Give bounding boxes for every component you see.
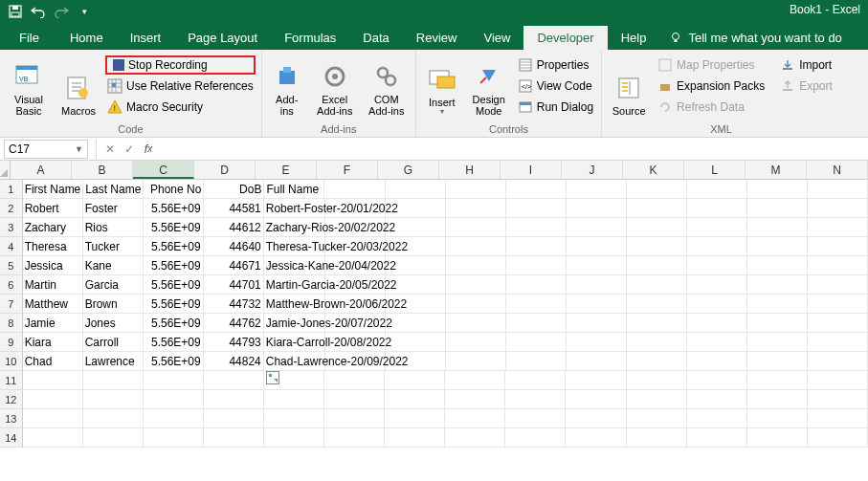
cell-B3[interactable]: Rios [83, 218, 144, 237]
cell-M2[interactable] [747, 199, 808, 218]
column-header-L[interactable]: L [684, 161, 746, 179]
cell-M13[interactable] [747, 409, 808, 428]
cell-G1[interactable] [386, 180, 446, 199]
macro-security-button[interactable]: ! Macro Security [105, 98, 256, 117]
cell-E12[interactable] [264, 390, 324, 409]
tab-review[interactable]: Review [403, 26, 471, 50]
cell-M1[interactable] [747, 180, 808, 199]
cell-G14[interactable] [385, 428, 445, 448]
cell-I11[interactable] [505, 371, 566, 390]
cell-J12[interactable] [566, 390, 626, 409]
cell-H4[interactable] [446, 237, 506, 256]
cell-C2[interactable]: 5.56E+09 [144, 199, 204, 218]
run-dialog-button[interactable]: Run Dialog [516, 98, 595, 117]
cell-D8[interactable]: 44762 [204, 314, 264, 333]
cell-H12[interactable] [445, 390, 505, 409]
cell-N3[interactable] [808, 218, 868, 237]
cell-H7[interactable] [446, 295, 506, 314]
import-button[interactable]: Import [778, 55, 835, 75]
cell-N6[interactable] [808, 275, 868, 295]
column-header-H[interactable]: H [439, 161, 501, 179]
tab-file[interactable]: File [10, 26, 56, 50]
cell-J14[interactable] [566, 428, 626, 448]
cell-F1[interactable] [324, 180, 385, 199]
cell-B1[interactable]: Last Name [83, 180, 144, 199]
cell-L5[interactable] [687, 256, 747, 275]
cell-E10[interactable]: Chad-Lawrence-20/09/2022 [264, 352, 325, 371]
cell-C1[interactable]: Phone No [144, 180, 204, 199]
cell-L9[interactable] [687, 333, 747, 352]
cell-C5[interactable]: 5.56E+09 [144, 256, 204, 275]
cell-I14[interactable] [505, 428, 566, 448]
cell-G9[interactable] [386, 333, 446, 352]
cell-B13[interactable] [83, 409, 144, 428]
cell-J4[interactable] [567, 237, 627, 256]
cell-M6[interactable] [747, 275, 808, 295]
cell-D5[interactable]: 44671 [204, 256, 264, 275]
tab-view[interactable]: View [470, 26, 523, 50]
cell-E11[interactable] [264, 371, 324, 390]
cell-J1[interactable] [567, 180, 627, 199]
cell-C11[interactable] [144, 371, 204, 390]
row-header-9[interactable]: 9 [0, 333, 23, 352]
row-header-5[interactable]: 5 [0, 256, 23, 275]
cell-D4[interactable]: 44640 [204, 237, 264, 256]
row-header-2[interactable]: 2 [0, 199, 23, 218]
row-header-13[interactable]: 13 [0, 409, 23, 428]
cell-K8[interactable] [627, 314, 687, 333]
cell-A14[interactable] [23, 428, 83, 448]
undo-icon[interactable] [31, 4, 46, 19]
column-header-I[interactable]: I [501, 161, 562, 179]
cell-K1[interactable] [627, 180, 687, 199]
cell-N11[interactable] [808, 371, 868, 390]
cell-K2[interactable] [627, 199, 687, 218]
name-box[interactable]: C17 ▼ [4, 140, 88, 159]
cell-H3[interactable] [446, 218, 506, 237]
column-header-B[interactable]: B [72, 161, 133, 179]
cell-J10[interactable] [567, 352, 627, 371]
cell-N7[interactable] [808, 295, 868, 314]
cell-C10[interactable]: 5.56E+09 [144, 352, 204, 371]
cell-E5[interactable]: Jessica-Kane-20/04/2022 [264, 256, 325, 275]
cell-D3[interactable]: 44612 [204, 218, 264, 237]
cell-D10[interactable]: 44824 [204, 352, 264, 371]
qat-customize-icon[interactable]: ▾ [77, 4, 92, 19]
cell-D13[interactable] [204, 409, 264, 428]
cell-D9[interactable]: 44793 [204, 333, 264, 352]
cell-F14[interactable] [324, 428, 385, 448]
cell-N2[interactable] [808, 199, 868, 218]
enter-formula-button[interactable]: ✓ [120, 140, 139, 159]
cell-M9[interactable] [747, 333, 808, 352]
cell-K12[interactable] [627, 390, 687, 409]
save-icon[interactable] [8, 4, 23, 19]
insert-function-button[interactable]: fx [139, 140, 158, 159]
column-header-K[interactable]: K [623, 161, 684, 179]
cell-J2[interactable] [567, 199, 627, 218]
cell-E3[interactable]: Zachary-Rios-20/02/2022 [264, 218, 325, 237]
cell-E2[interactable]: Robert-Foster-20/01/2022 [264, 199, 325, 218]
row-header-14[interactable]: 14 [0, 428, 23, 448]
column-header-D[interactable]: D [194, 161, 256, 179]
cell-D11[interactable] [204, 371, 264, 390]
cell-C3[interactable]: 5.56E+09 [144, 218, 204, 237]
cell-L11[interactable] [687, 371, 747, 390]
cell-E13[interactable] [264, 409, 324, 428]
cell-E9[interactable]: Kiara-Carroll-20/08/2022 [264, 333, 325, 352]
cell-L13[interactable] [687, 409, 747, 428]
view-code-button[interactable]: </> View Code [516, 77, 595, 96]
cell-N10[interactable] [808, 352, 868, 371]
cell-A12[interactable] [23, 390, 83, 409]
cell-A1[interactable]: First Name [23, 180, 84, 199]
cell-I5[interactable] [506, 256, 567, 275]
cell-M8[interactable] [747, 314, 808, 333]
cell-C14[interactable] [144, 428, 204, 448]
cell-N9[interactable] [808, 333, 868, 352]
cell-G12[interactable] [385, 390, 445, 409]
cell-I2[interactable] [506, 199, 567, 218]
cell-B7[interactable]: Brown [83, 295, 144, 314]
cell-M10[interactable] [747, 352, 808, 371]
tab-developer[interactable]: Developer [523, 26, 607, 50]
cell-E14[interactable] [264, 428, 324, 448]
cell-K5[interactable] [627, 256, 687, 275]
addins-button[interactable]: Add- ins [268, 54, 306, 117]
